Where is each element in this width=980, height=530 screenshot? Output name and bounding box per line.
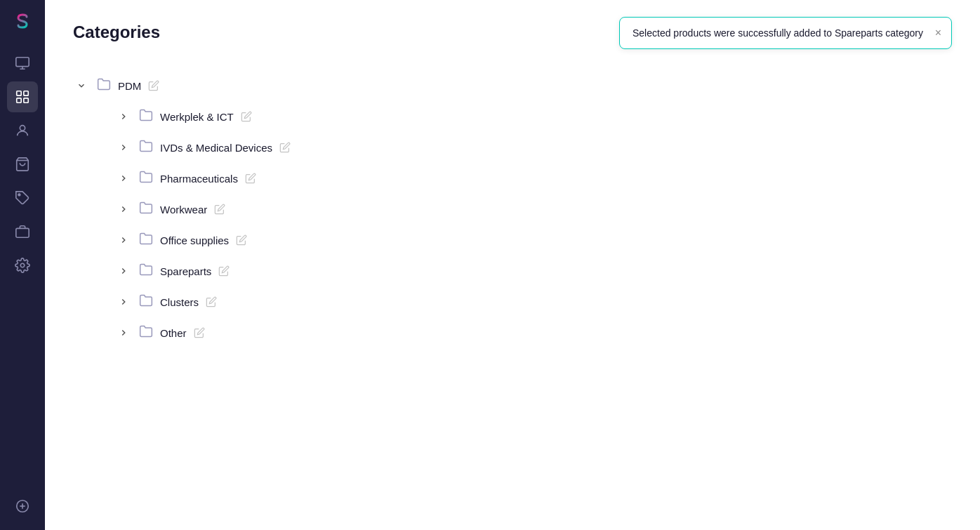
sidebar-item-grid[interactable] (7, 81, 38, 112)
category-tree: PDM Werkplek & ICT (73, 70, 952, 348)
chevron-right-icon[interactable] (115, 324, 132, 341)
office-supplies-edit-icon[interactable] (236, 234, 247, 246)
svg-point-6 (20, 126, 25, 131)
pharmaceuticals-edit-icon[interactable] (245, 173, 256, 184)
folder-icon (139, 108, 153, 125)
tree-node-werkplek: Werkplek & ICT (115, 101, 952, 132)
tree-node-pharmaceuticals: Pharmaceuticals (115, 163, 952, 194)
svg-point-10 (20, 263, 25, 267)
spareparts-label: Spareparts (160, 265, 211, 277)
toast-message: Selected products were successfully adde… (633, 27, 923, 39)
werkplek-edit-icon[interactable] (241, 111, 252, 122)
chevron-right-icon[interactable] (115, 201, 132, 218)
folder-icon (97, 77, 111, 94)
werkplek-label: Werkplek & ICT (160, 111, 234, 123)
app-logo (10, 8, 35, 34)
sidebar-item-tag[interactable] (7, 183, 38, 213)
chevron-right-icon[interactable] (115, 293, 132, 310)
workwear-label: Workwear (160, 204, 207, 216)
svg-rect-9 (16, 228, 29, 237)
chevron-right-icon[interactable] (115, 108, 132, 125)
pdm-children: Werkplek & ICT IVDs & Medical Devices (115, 101, 952, 348)
folder-icon (139, 293, 153, 310)
clusters-edit-icon[interactable] (206, 296, 217, 307)
folder-icon (139, 232, 153, 249)
pdm-label: PDM (118, 80, 141, 92)
svg-rect-3 (24, 91, 28, 95)
tree-node-ivds: IVDs & Medical Devices (115, 132, 952, 163)
ivds-label: IVDs & Medical Devices (160, 142, 272, 154)
other-edit-icon[interactable] (194, 327, 205, 338)
chevron-right-icon[interactable] (115, 139, 132, 156)
tree-node-workwear: Workwear (115, 194, 952, 225)
pharmaceuticals-label: Pharmaceuticals (160, 173, 238, 185)
chevron-right-icon[interactable] (115, 232, 132, 249)
tree-node-office-supplies: Office supplies (115, 225, 952, 256)
folder-icon (139, 201, 153, 218)
tree-node-pdm[interactable]: PDM (73, 70, 952, 101)
svg-rect-5 (24, 98, 28, 102)
folder-icon (139, 324, 153, 341)
folder-icon (139, 170, 153, 187)
workwear-edit-icon[interactable] (214, 204, 225, 215)
pdm-edit-icon[interactable] (148, 80, 159, 91)
ivds-edit-icon[interactable] (279, 142, 291, 153)
tree-node-spareparts: Spareparts (115, 256, 952, 286)
spareparts-edit-icon[interactable] (218, 265, 230, 277)
tree-node-other: Other (115, 317, 952, 348)
main-content: Categories Selected products were succes… (45, 0, 980, 530)
folder-icon (139, 139, 153, 156)
sidebar-item-monitor[interactable] (7, 48, 38, 79)
sidebar (0, 0, 45, 530)
svg-point-8 (18, 194, 20, 196)
sidebar-item-settings[interactable] (7, 250, 38, 281)
toast-close-button[interactable]: × (935, 27, 941, 39)
clusters-label: Clusters (160, 296, 199, 308)
tree-node-clusters: Clusters (115, 286, 952, 317)
other-label: Other (160, 327, 187, 339)
success-toast: Selected products were successfully adde… (619, 17, 952, 49)
tree-root: PDM Werkplek & ICT (73, 70, 952, 348)
svg-rect-1 (16, 58, 29, 67)
sidebar-item-user[interactable] (7, 115, 38, 146)
sidebar-item-shopping[interactable] (7, 149, 38, 180)
chevron-right-icon[interactable] (115, 263, 132, 279)
svg-rect-4 (17, 98, 21, 102)
sidebar-item-add[interactable] (7, 491, 38, 522)
chevron-right-icon[interactable] (115, 170, 132, 187)
office-supplies-label: Office supplies (160, 234, 229, 246)
folder-icon (139, 263, 153, 279)
sidebar-item-briefcase[interactable] (7, 216, 38, 247)
chevron-down-icon[interactable] (73, 77, 90, 94)
svg-rect-2 (17, 91, 21, 95)
